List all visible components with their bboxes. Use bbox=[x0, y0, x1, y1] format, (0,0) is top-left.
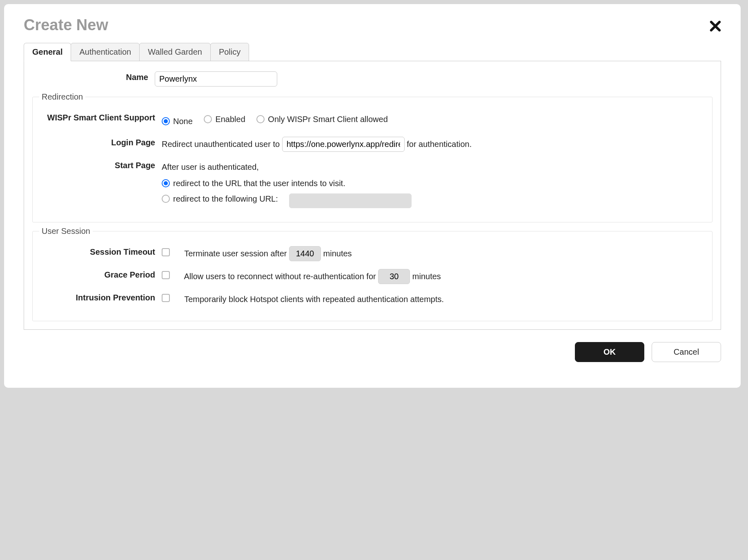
wispr-option-enabled[interactable]: Enabled bbox=[204, 111, 245, 127]
tab-authentication[interactable]: Authentication bbox=[71, 43, 140, 61]
session-timeout-before: Terminate user session after bbox=[184, 249, 287, 258]
tab-general[interactable]: General bbox=[24, 43, 71, 61]
modal-title: Create New bbox=[24, 16, 721, 34]
session-timeout-after: minutes bbox=[323, 249, 352, 258]
grace-period-before: Allow users to reconnect without re-auth… bbox=[184, 272, 376, 281]
close-icon bbox=[710, 24, 721, 33]
close-button[interactable] bbox=[710, 20, 721, 34]
tab-panel-general: Name Redirection WISPr Smart Client Supp… bbox=[24, 61, 721, 330]
wispr-option-label: Only WISPr Smart Client allowed bbox=[268, 111, 387, 127]
radio-icon bbox=[162, 195, 170, 203]
create-new-modal: Create New General Authentication Walled… bbox=[4, 4, 741, 388]
session-timeout-checkbox[interactable] bbox=[162, 248, 173, 256]
start-page-option-label: redirect to the URL that the user intend… bbox=[173, 176, 345, 191]
start-page-option-label: redirect to the following URL: bbox=[173, 191, 278, 207]
grace-period-label: Grace Period bbox=[39, 267, 162, 280]
wispr-option-only[interactable]: Only WISPr Smart Client allowed bbox=[256, 111, 387, 127]
intrusion-label: Intrusion Prevention bbox=[39, 290, 162, 303]
redirection-legend: Redirection bbox=[39, 92, 85, 102]
start-page-label: Start Page bbox=[39, 158, 162, 171]
radio-icon bbox=[204, 115, 212, 123]
redirection-group: Redirection WISPr Smart Client Support N… bbox=[32, 92, 712, 222]
tab-policy[interactable]: Policy bbox=[210, 43, 249, 61]
session-timeout-value[interactable] bbox=[289, 246, 321, 261]
session-timeout-label: Session Timeout bbox=[39, 244, 162, 258]
name-input[interactable] bbox=[155, 71, 277, 87]
name-label: Name bbox=[32, 69, 155, 83]
login-page-after: for authentication. bbox=[407, 140, 472, 149]
login-page-url-input[interactable] bbox=[282, 137, 405, 152]
grace-period-checkbox[interactable] bbox=[162, 271, 173, 279]
cancel-button[interactable]: Cancel bbox=[652, 342, 721, 362]
login-page-label: Login Page bbox=[39, 135, 162, 148]
checkbox-icon bbox=[162, 248, 170, 256]
tab-bar: General Authentication Walled Garden Pol… bbox=[24, 43, 721, 61]
ok-button[interactable]: OK bbox=[575, 342, 644, 362]
radio-icon bbox=[162, 179, 170, 187]
start-page-option-original[interactable]: redirect to the URL that the user intend… bbox=[162, 176, 345, 191]
grace-period-after: minutes bbox=[412, 272, 441, 281]
checkbox-icon bbox=[162, 294, 170, 302]
intrusion-checkbox[interactable] bbox=[162, 294, 173, 302]
modal-footer: OK Cancel bbox=[24, 342, 721, 362]
start-page-intro: After user is authenticated, bbox=[162, 159, 706, 175]
intrusion-text: Temporarily block Hotspot clients with r… bbox=[184, 295, 444, 304]
radio-icon bbox=[162, 117, 170, 125]
checkbox-icon bbox=[162, 271, 170, 279]
wispr-option-label: Enabled bbox=[215, 111, 245, 127]
start-page-option-custom[interactable]: redirect to the following URL: bbox=[162, 191, 278, 207]
radio-icon bbox=[256, 115, 265, 123]
wispr-option-label: None bbox=[173, 113, 193, 129]
grace-period-value[interactable] bbox=[378, 269, 410, 284]
tab-walled-garden[interactable]: Walled Garden bbox=[139, 43, 211, 61]
user-session-legend: User Session bbox=[39, 227, 93, 236]
login-page-before: Redirect unauthenticated user to bbox=[162, 140, 280, 149]
wispr-label: WISPr Smart Client Support bbox=[39, 110, 162, 123]
wispr-option-none[interactable]: None bbox=[162, 113, 193, 129]
start-page-custom-url-input[interactable] bbox=[289, 193, 412, 208]
user-session-group: User Session Session Timeout Terminate u… bbox=[32, 227, 712, 321]
